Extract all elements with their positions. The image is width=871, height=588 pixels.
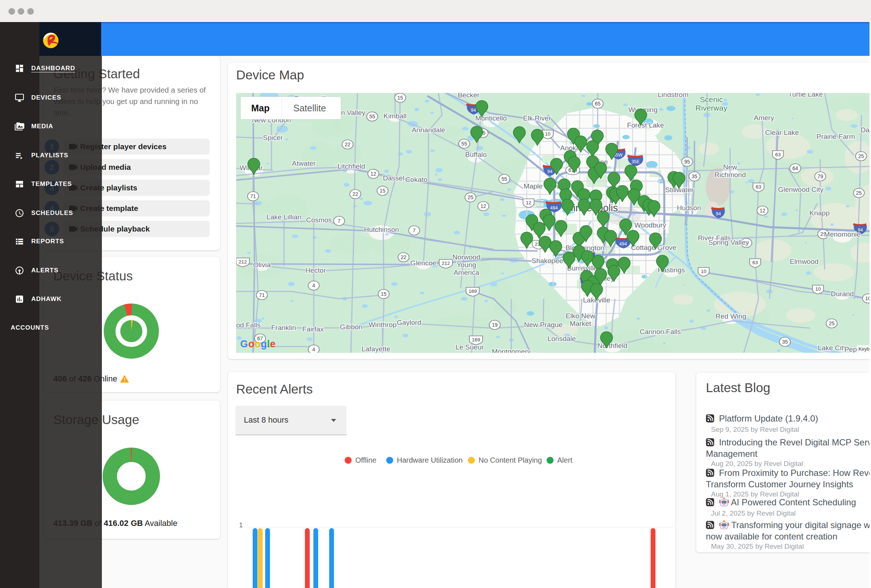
svg-text:Cosmos: Cosmos: [306, 216, 332, 224]
svg-text:25: 25: [829, 321, 835, 326]
svg-text:494: 494: [550, 206, 558, 210]
svg-text:Amery: Amery: [754, 114, 774, 122]
svg-text:Satellite: Satellite: [293, 103, 326, 113]
svg-text:Glenwood City: Glenwood City: [778, 186, 823, 193]
svg-text:7: 7: [338, 218, 341, 224]
svg-text:Buffalo: Buffalo: [465, 151, 487, 158]
svg-text:71: 71: [250, 193, 256, 199]
svg-text:Cannon Falls: Cannon Falls: [640, 328, 681, 336]
svg-text:Lake Lillian: Lake Lillian: [266, 213, 301, 221]
svg-text:4: 4: [312, 283, 315, 288]
svg-text:Cokato: Cokato: [406, 176, 427, 184]
svg-text:e: e: [270, 339, 275, 349]
svg-text:ood Falls: ood Falls: [236, 321, 261, 329]
svg-text:Lafayette: Lafayette: [362, 345, 390, 353]
svg-text:Elmwood: Elmwood: [790, 258, 819, 265]
svg-text:Scenic: Scenic: [700, 95, 723, 104]
svg-text:22: 22: [352, 191, 358, 197]
svg-text:Spicer: Spicer: [263, 134, 283, 142]
svg-text:Keyb: Keyb: [859, 346, 870, 352]
svg-text:Lake City: Lake City: [818, 344, 847, 352]
svg-text:15: 15: [381, 291, 386, 297]
svg-text:Winthrop: Winthrop: [368, 321, 397, 328]
svg-text:Elko New: Elko New: [566, 312, 596, 320]
svg-text:22: 22: [345, 142, 350, 147]
svg-text:Map: Map: [251, 103, 269, 113]
svg-text:Woodbury: Woodbury: [635, 221, 666, 229]
svg-text:Clear Lake: Clear Lake: [765, 128, 799, 136]
svg-text:New Prague: New Prague: [524, 321, 563, 328]
svg-text:Durand: Durand: [831, 290, 854, 298]
svg-text:Prairie Farm: Prairie Farm: [817, 133, 855, 140]
svg-text:55: 55: [501, 176, 507, 182]
svg-text:Montgomery: Montgomery: [492, 348, 531, 353]
svg-text:Red Wing: Red Wing: [715, 312, 746, 320]
svg-text:169: 169: [468, 288, 477, 294]
svg-text:95: 95: [684, 159, 690, 165]
svg-text:Hutchinson: Hutchinson: [364, 225, 399, 233]
svg-text:35: 35: [691, 173, 697, 179]
svg-text:America: America: [453, 269, 479, 276]
svg-text:63: 63: [756, 184, 761, 190]
svg-text:35E: 35E: [632, 159, 640, 164]
svg-text:Glencoe: Glencoe: [410, 259, 437, 267]
svg-text:63: 63: [775, 152, 781, 157]
svg-text:Shakopee: Shakopee: [531, 257, 563, 264]
svg-text:l: l: [267, 339, 270, 349]
svg-text:25: 25: [856, 190, 862, 196]
svg-text:Lonsdale: Lonsdale: [547, 335, 576, 343]
svg-text:15: 15: [380, 188, 386, 194]
svg-text:169: 169: [472, 337, 480, 343]
svg-text:Dassel: Dassel: [383, 174, 404, 182]
svg-text:Northfield: Northfield: [597, 342, 627, 349]
svg-text:Hector: Hector: [305, 266, 326, 274]
svg-text:35: 35: [782, 339, 788, 345]
svg-text:10: 10: [545, 131, 550, 137]
svg-text:en Valley: en Valley: [337, 109, 366, 116]
svg-text:Monticello: Monticello: [475, 114, 507, 122]
svg-text:Litchfield: Litchfield: [338, 163, 365, 170]
svg-text:Kimball: Kimball: [384, 112, 406, 120]
svg-text:19: 19: [492, 322, 498, 328]
svg-text:12: 12: [480, 203, 486, 209]
svg-text:12: 12: [525, 200, 531, 206]
svg-text:10: 10: [815, 286, 821, 292]
svg-text:Richmond: Richmond: [714, 171, 746, 179]
svg-text:94: 94: [471, 108, 476, 113]
svg-text:g: g: [261, 339, 267, 349]
svg-text:Forest Lake: Forest Lake: [627, 121, 664, 129]
svg-text:Menomonie: Menomonie: [824, 230, 861, 238]
svg-text:Olivia: Olivia: [253, 261, 271, 269]
svg-text:12: 12: [760, 207, 765, 213]
svg-text:o: o: [254, 339, 261, 349]
svg-text:Riverway: Riverway: [696, 104, 727, 112]
svg-text:Annandale: Annandale: [412, 126, 445, 134]
svg-text:Knapp: Knapp: [810, 209, 830, 217]
svg-text:Burnsville: Burnsville: [567, 264, 597, 272]
svg-text:12: 12: [370, 171, 376, 177]
svg-text:212: 212: [442, 261, 450, 266]
svg-text:494: 494: [620, 242, 627, 246]
svg-text:Market: Market: [570, 320, 591, 327]
svg-text:25: 25: [467, 194, 473, 200]
svg-text:63: 63: [752, 260, 758, 265]
svg-text:Franklin: Franklin: [271, 324, 296, 331]
svg-text:Hudson: Hudson: [677, 204, 701, 212]
svg-text:79: 79: [817, 173, 823, 179]
svg-text:10: 10: [865, 295, 870, 301]
svg-text:Turtle Lake: Turtle Lake: [788, 93, 823, 98]
svg-text:Le Sueur: Le Sueur: [455, 343, 484, 351]
svg-text:Becker: Becker: [458, 93, 480, 99]
svg-text:Fairfax: Fairfax: [302, 325, 324, 333]
svg-text:94: 94: [547, 169, 552, 174]
svg-text:Gaylord: Gaylord: [397, 319, 422, 326]
svg-text:Young: Young: [456, 261, 476, 269]
svg-text:Spring Valley: Spring Valley: [708, 239, 749, 246]
svg-text:G: G: [240, 339, 248, 349]
svg-text:25: 25: [858, 153, 864, 159]
svg-text:Lindstrom: Lindstrom: [658, 93, 688, 98]
svg-text:55: 55: [461, 141, 467, 147]
svg-text:Norwood: Norwood: [452, 253, 480, 261]
svg-text:94: 94: [716, 211, 721, 216]
svg-text:o: o: [248, 339, 254, 349]
